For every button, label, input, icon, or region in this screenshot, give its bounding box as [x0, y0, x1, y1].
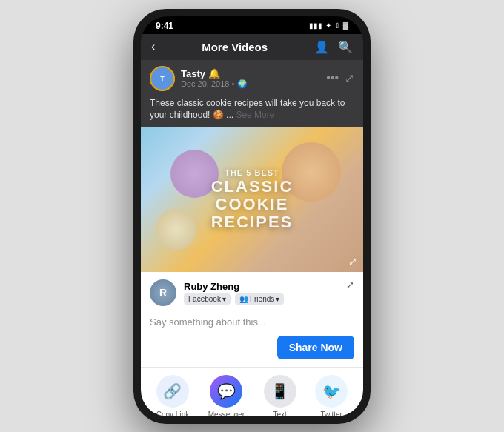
video-title-line1: THE 5 BEST [211, 168, 294, 178]
signal-icon: ▮▮▮ [309, 21, 322, 30]
status-time: 9:41 [156, 21, 173, 31]
phone-frame: 9:41 ▮▮▮ ✦ ⇧ ▓ ‹ More Videos 👤 🔍 T [133, 9, 371, 424]
cookie-3 [156, 209, 196, 250]
author-notify-icon: 🔔 [208, 68, 220, 79]
page-title: More Videos [202, 41, 268, 53]
status-icons: ▮▮▮ ✦ ⇧ ▓ [309, 21, 348, 30]
video-expand-icon[interactable]: ⤢ [348, 256, 357, 267]
phone-screen: 9:41 ▮▮▮ ✦ ⇧ ▓ ‹ More Videos 👤 🔍 T [141, 16, 363, 416]
audience-dropdown[interactable]: 👥 Friends ▾ [235, 293, 284, 305]
share-now-button[interactable]: Share Now [277, 336, 354, 359]
video-title-line3: COOKIE [211, 196, 294, 213]
see-more-link[interactable]: See More [236, 110, 274, 120]
bluetooth-icon: ✦ [325, 21, 331, 30]
platform-dropdown[interactable]: Facebook ▾ [184, 293, 231, 305]
post-description: These classic cookie recipes will take y… [141, 94, 363, 128]
post-meta: Tasty 🔔 Dec 20, 2018 • 🌍 [181, 68, 320, 89]
twitter-icon: 🐦 [315, 375, 348, 408]
post-date: Dec 20, 2018 • 🌍 [181, 79, 320, 89]
messenger-icon: 💬 [210, 375, 242, 408]
nav-right-icons: 👤 🔍 [314, 40, 353, 54]
share-button-row: Share Now [141, 336, 363, 367]
back-button[interactable]: ‹ [151, 40, 155, 53]
share-text-input[interactable]: Say something about this... [141, 312, 363, 336]
share-placeholder-text: Say something about this... [150, 316, 266, 328]
text-message-icon: 📱 [264, 375, 296, 408]
chevron-down-icon: ▾ [222, 295, 226, 303]
messenger-label: Messenger [208, 411, 245, 416]
wifi-icon: ⇧ [334, 21, 340, 30]
video-title-line2: CLASSIC [211, 178, 294, 196]
text-message-label: TextMessage [265, 411, 295, 416]
share-expand-icon[interactable]: ⤢ [346, 279, 354, 290]
share-user-avatar: R [150, 279, 176, 306]
notch [230, 16, 274, 28]
chevron-down-icon-2: ▾ [276, 295, 279, 303]
expand-icon[interactable]: ⤢ [345, 71, 354, 85]
search-icon[interactable]: 🔍 [338, 40, 353, 54]
video-title-line4: RECIPES [211, 213, 294, 231]
share-header: R Ruby Zheng Facebook ▾ 👥 Friends ▾ [141, 272, 363, 312]
share-user-name: Ruby Zheng [184, 281, 354, 292]
battery-icon: ▓ [343, 21, 348, 30]
post-author-name: Tasty 🔔 [181, 68, 320, 79]
video-area[interactable]: THE 5 BEST CLASSIC COOKIE RECIPES ⤢ [141, 127, 363, 272]
share-user-info: Ruby Zheng Facebook ▾ 👥 Friends ▾ [184, 281, 354, 305]
action-twitter[interactable]: 🐦 Twitter [315, 375, 348, 416]
share-dropdowns: Facebook ▾ 👥 Friends ▾ [184, 293, 354, 305]
action-copy-link[interactable]: 🔗 Copy Link [156, 375, 189, 416]
profile-icon[interactable]: 👤 [314, 40, 329, 54]
nav-bar: ‹ More Videos 👤 🔍 [141, 34, 363, 60]
video-text-overlay: THE 5 BEST CLASSIC COOKIE RECIPES [211, 168, 294, 232]
video-thumbnail: THE 5 BEST CLASSIC COOKIE RECIPES [141, 127, 363, 272]
friends-icon: 👥 [239, 295, 248, 303]
post-author-avatar: T [150, 66, 175, 91]
share-panel: R Ruby Zheng Facebook ▾ 👥 Friends ▾ [141, 272, 363, 416]
action-text-message[interactable]: 📱 TextMessage [264, 375, 296, 416]
content-area: T Tasty 🔔 Dec 20, 2018 • 🌍 ••• ⤢ [141, 60, 363, 416]
bottom-actions-bar: 🔗 Copy Link 💬 Messenger 📱 TextMessage 🐦 … [141, 367, 363, 416]
more-options-icon[interactable]: ••• [326, 71, 339, 85]
copy-link-icon: 🔗 [156, 375, 189, 408]
post-action-icons: ••• ⤢ [326, 71, 354, 85]
twitter-label: Twitter [321, 411, 342, 416]
post-header: T Tasty 🔔 Dec 20, 2018 • 🌍 ••• ⤢ [141, 60, 363, 94]
action-messenger[interactable]: 💬 Messenger [208, 375, 245, 416]
globe-icon: 🌍 [237, 79, 248, 89]
copy-link-label: Copy Link [156, 411, 189, 416]
